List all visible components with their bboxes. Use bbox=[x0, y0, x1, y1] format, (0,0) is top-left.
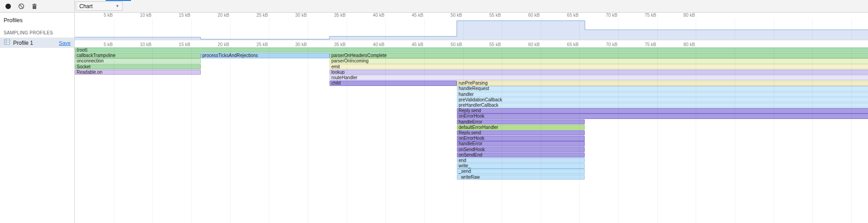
record-button[interactable] bbox=[2, 1, 14, 12]
flame-bar-label: _writeRaw bbox=[457, 175, 585, 180]
gridline bbox=[269, 47, 269, 223]
ruler-tick-label: 20 kB bbox=[202, 13, 229, 18]
flame-bar-onerrorhook[interactable]: onErrorHook bbox=[457, 136, 585, 141]
flame-bar-label: handler bbox=[457, 92, 868, 97]
flame-bar-socket[interactable]: Socket bbox=[75, 64, 201, 69]
gridline bbox=[230, 47, 231, 223]
flamechart[interactable]: (root)callbackTrampolineprocessTicksAndR… bbox=[75, 47, 868, 223]
ruler-tick-label: 30 kB bbox=[280, 13, 307, 18]
flame-bar-handleerror[interactable]: handleError bbox=[457, 119, 585, 124]
ruler-tick-label: 30 kB bbox=[280, 42, 307, 47]
flame-bar-handleerror[interactable]: handleError bbox=[457, 141, 585, 146]
clear-icon bbox=[18, 3, 24, 9]
flame-bar-lookup[interactable]: lookup bbox=[330, 70, 868, 75]
ruler-tick-label: 25 kB bbox=[241, 42, 268, 47]
flame-bar-reply-send[interactable]: Reply.send bbox=[457, 130, 585, 135]
overview-ruler: 5 kB10 kB15 kB20 kB25 kB30 kB35 kB40 kB4… bbox=[75, 13, 868, 18]
flame-bar-parseronheaderscomplete[interactable]: parserOnHeadersComplete bbox=[330, 53, 868, 58]
flame-bar-label: onSendHook bbox=[457, 147, 585, 152]
flame-bar-label: routeHandler bbox=[330, 76, 868, 80]
memory-profiler-panel: Chart ▼ Profiles SAMPLING PROFILES Profi… bbox=[0, 0, 868, 223]
ruler-tick-label: 5 kB bbox=[86, 13, 113, 18]
ruler-tick-label: 15 kB bbox=[163, 42, 190, 47]
flame-bar-prehandlercallback[interactable]: preHandlerCallback bbox=[457, 103, 868, 108]
ruler-tick-label: 25 kB bbox=[241, 13, 268, 18]
ruler-tick-label: 40 kB bbox=[357, 13, 384, 18]
profile-item[interactable]: Profile 1 Save bbox=[0, 38, 74, 48]
record-icon bbox=[5, 4, 11, 9]
view-mode-select[interactable]: Chart ▼ bbox=[76, 1, 123, 11]
clear-profiles-button[interactable] bbox=[15, 1, 27, 12]
flame-bar-child[interactable]: child bbox=[330, 81, 457, 85]
flame-bar-write[interactable]: write_ bbox=[457, 163, 585, 168]
flamechart-main: 5 kB10 kB15 kB20 kB25 kB30 kB35 kB40 kB4… bbox=[75, 13, 868, 223]
overview-pane[interactable] bbox=[75, 18, 868, 40]
flame-bar-defaulterrorhandler[interactable]: defaultErrorHandler bbox=[457, 125, 585, 130]
flame-bar-parseronincoming[interactable]: parserOnIncoming bbox=[330, 58, 868, 63]
flame-bar-reply-send[interactable]: Reply.send bbox=[457, 108, 868, 113]
panel-content: Profiles SAMPLING PROFILES Profile 1 Sav… bbox=[0, 13, 868, 223]
flame-bar-label: onSendEnd bbox=[457, 153, 585, 157]
flame-bar-label: child bbox=[330, 81, 456, 85]
flame-bar-routehandler[interactable]: routeHandler bbox=[330, 75, 868, 80]
flame-bar-label: runPreParsing bbox=[457, 81, 868, 85]
flame-bar-onerrorhook[interactable]: onErrorHook bbox=[457, 114, 868, 119]
ruler-tick-label: 35 kB bbox=[319, 42, 346, 47]
ruler-tick-label: 5 kB bbox=[86, 42, 113, 47]
flame-bar-send[interactable]: _send bbox=[457, 169, 585, 174]
flame-bar-writeraw[interactable]: _writeRaw bbox=[457, 175, 585, 180]
view-mode-value: Chart bbox=[79, 3, 92, 9]
flame-bar-readable-on[interactable]: Readable.on bbox=[75, 70, 201, 75]
delete-profile-button[interactable] bbox=[29, 1, 40, 12]
ruler-tick-label: 35 kB bbox=[319, 13, 346, 18]
save-profile-link[interactable]: Save bbox=[59, 40, 71, 46]
flame-bar-handler[interactable]: handler bbox=[457, 92, 868, 97]
profiles-header: Profiles bbox=[0, 13, 74, 26]
flame-bar-label: lookup bbox=[330, 70, 868, 75]
profiles-sidebar: Profiles SAMPLING PROFILES Profile 1 Sav… bbox=[0, 13, 75, 223]
ruler-tick-label: 80 kB bbox=[668, 42, 695, 47]
flame-bar-label: Reply.send bbox=[457, 131, 585, 135]
flame-bar-onsendhook[interactable]: onSendHook bbox=[457, 147, 585, 152]
ruler-tick-label: 15 kB bbox=[163, 13, 190, 18]
ruler-tick-label: 75 kB bbox=[629, 42, 656, 47]
ruler-tick-label: 45 kB bbox=[396, 13, 423, 18]
flame-bar-prevalidationcallback[interactable]: preValidationCallback bbox=[457, 97, 868, 102]
flame-bar-label: preValidationCallback bbox=[457, 98, 868, 102]
ruler-tick-label: 50 kB bbox=[435, 42, 462, 47]
flame-bar-callbacktrampoline[interactable]: callbackTrampoline bbox=[75, 53, 201, 58]
flame-bar-processticksandrejections[interactable]: processTicksAndRejections bbox=[201, 53, 330, 58]
ruler-tick-label: 65 kB bbox=[551, 13, 578, 18]
ruler-tick-label: 20 kB bbox=[202, 42, 229, 47]
flame-bar-label: Reply.send bbox=[457, 109, 868, 113]
flame-bar-label: onconnection bbox=[75, 59, 200, 63]
flame-bar-label: handleError bbox=[457, 142, 585, 146]
flame-bar-runpreparsing[interactable]: runPreParsing bbox=[457, 81, 868, 85]
flame-bar-emit[interactable]: emit bbox=[330, 64, 868, 69]
flame-bar-label: handleError bbox=[457, 120, 585, 124]
flame-bar-label: handleRequest bbox=[457, 86, 868, 91]
active-tab-indicator bbox=[106, 0, 131, 1]
ruler-tick-label: 70 kB bbox=[590, 42, 617, 47]
flame-bar-onsendend[interactable]: onSendEnd bbox=[457, 152, 585, 157]
flame-bar-label: emit bbox=[330, 65, 868, 69]
overview-area-chart bbox=[75, 18, 868, 40]
toolbar-left-group bbox=[0, 0, 75, 12]
ruler-tick-label: 40 kB bbox=[357, 42, 384, 47]
ruler-tick-label: 55 kB bbox=[474, 42, 501, 47]
chevron-down-icon: ▼ bbox=[116, 4, 119, 8]
ruler-tick-label: 60 kB bbox=[513, 42, 540, 47]
flame-bar-handlerequest[interactable]: handleRequest bbox=[457, 86, 868, 91]
profiler-toolbar: Chart ▼ bbox=[0, 0, 868, 13]
ruler-tick-label: 65 kB bbox=[551, 42, 578, 47]
profile-icon bbox=[4, 38, 10, 47]
gridline bbox=[308, 47, 308, 223]
profile-name: Profile 1 bbox=[13, 40, 56, 46]
flame-bar-root[interactable]: (root) bbox=[75, 47, 868, 52]
ruler-tick-label: 50 kB bbox=[435, 13, 462, 18]
flame-bar-label: _send bbox=[457, 169, 585, 174]
flame-bar-onconnection[interactable]: onconnection bbox=[75, 58, 201, 63]
flame-bar-end[interactable]: end bbox=[457, 158, 585, 163]
ruler-tick-label: 75 kB bbox=[629, 13, 656, 18]
flame-bar-label: (root) bbox=[75, 48, 868, 52]
